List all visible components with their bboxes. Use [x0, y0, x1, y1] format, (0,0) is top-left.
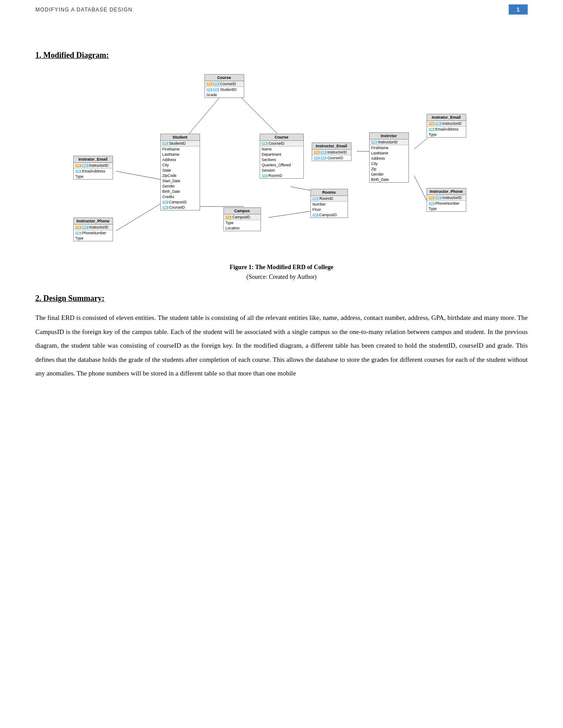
table-row: PK FK InstructorID [427, 121, 466, 127]
table-title: Instrator_Email [74, 156, 113, 163]
table-row: FK RoomID [260, 173, 303, 178]
table-title: Instructor_Email [312, 143, 351, 150]
table-row: Type [224, 220, 261, 225]
table-row: Sections [260, 157, 303, 162]
table-row: FK PhoneNumber [427, 201, 466, 206]
erd-diagram-area: Course PK FK CourseID FK FK StudentID Gr… [35, 70, 528, 259]
table-row: PK InstructorID [370, 139, 408, 145]
table-row: Number [311, 202, 348, 207]
table-row: Birth_Date [370, 177, 408, 182]
table-instructor-phone-left: Instructor_Phone PK FK InstructorID FK P… [73, 218, 113, 241]
table-row: FirstName [370, 145, 408, 150]
fk-badge: FK [76, 232, 81, 235]
fk-badge: PK [313, 197, 319, 200]
fk-badge: FK [213, 83, 219, 86]
pk-badge: PK [429, 122, 435, 125]
table-row: FK EmailAddress [74, 169, 113, 174]
table-row: PK FK CourseID [205, 81, 244, 87]
fk-badge: FK [321, 157, 326, 160]
fk-badge: FK [262, 174, 268, 177]
table-title: Rooms [311, 189, 348, 196]
table-title: Instructor_Phone [427, 188, 466, 195]
table-row: Type [427, 132, 466, 137]
table-row: FK StudentID [161, 141, 200, 146]
table-row: ZipCode [161, 173, 200, 178]
fk-badge: FK [82, 164, 88, 167]
svg-line-1 [238, 94, 277, 134]
table-row: FK CourseID [161, 205, 200, 210]
table-title: Campus [224, 208, 261, 214]
table-row: Address [370, 156, 408, 161]
table-row: Grade [205, 92, 244, 98]
table-row: Gender [161, 184, 200, 189]
table-row: Type [427, 206, 466, 211]
table-row: City [161, 162, 200, 168]
table-row: Gender [370, 172, 408, 177]
erd-container: Course PK FK CourseID FK FK StudentID Gr… [65, 70, 498, 259]
table-row: Quarters_Offered [260, 162, 303, 168]
fk-badge: FK [162, 201, 168, 204]
table-title: Instrator_Email [427, 114, 466, 121]
table-row: Zip [370, 166, 408, 172]
svg-line-0 [189, 94, 223, 134]
table-row: City [370, 161, 408, 166]
table-student: Student FK StudentID FirstName LastName … [160, 134, 200, 210]
table-row: FirstName [161, 146, 200, 152]
fk-badge: FK [313, 214, 318, 217]
table-instructor-email-mid: Instructor_Email PK FK InstructorID FK F… [312, 143, 351, 161]
table-row: Name [260, 146, 303, 152]
svg-line-7 [414, 176, 427, 202]
table-row: Address [161, 157, 200, 162]
svg-line-6 [414, 138, 427, 149]
table-row: FK CampusID [161, 199, 200, 205]
fk-badge: FK [435, 196, 441, 199]
header-title: MODIFYING A DATABASE DESIGN [35, 7, 132, 13]
fk-badge: FK [321, 151, 326, 154]
page-header: MODIFYING A DATABASE DESIGN 1 [0, 0, 563, 19]
table-row: FK FK CourseID [312, 155, 351, 161]
table-row: Type [74, 236, 113, 241]
fk-badge: FK [82, 226, 88, 229]
table-course-main: Course PK CourseID Name Department Secti… [260, 134, 304, 179]
table-row: PK FK InstructorID [427, 195, 466, 201]
section2-body: The final ERD is consisted of eleven ent… [35, 311, 528, 381]
fk-badge: FK [429, 128, 435, 131]
svg-line-8 [116, 171, 163, 180]
figure-caption: Figure 1: The Modified ERD of College [35, 264, 528, 271]
fk-badge: FK [162, 142, 168, 145]
fk-badge: FK [435, 122, 441, 125]
pk-badge: PK [226, 216, 232, 219]
svg-line-10 [268, 211, 313, 218]
table-instructor-email-left: Instrator_Email PK FK InstructorID FK Em… [73, 156, 113, 180]
table-instructor-phone-right: Instructor_Phone PK FK InstructorID FK P… [427, 188, 466, 212]
pk-badge: PK [207, 83, 213, 86]
table-instructor-email-right: Instrator_Email PK FK InstructorID FK Em… [427, 114, 466, 138]
fk-badge: FK [213, 88, 219, 91]
page: MODIFYING A DATABASE DESIGN 1 1. Modifie… [0, 0, 563, 728]
table-campus: Campus PK CampusID Type Location [223, 207, 261, 231]
table-rooms: Rooms PK RoomID Number Floor FK CampusID [310, 189, 348, 218]
table-row: Department [260, 152, 303, 157]
table-row: PK CourseID [260, 141, 303, 146]
table-row: FK PhoneNumber [74, 230, 113, 236]
table-row: Credits [161, 194, 200, 199]
pk-badge: PK [76, 226, 82, 229]
section1-title: 1. Modified Diagram: [35, 51, 528, 60]
section2-title: 2. Design Summary: [35, 294, 528, 303]
table-row: Birth_Date [161, 189, 200, 194]
fk-badge: FK [76, 170, 81, 173]
table-row: Floor [311, 207, 348, 212]
table-row: PK FK InstructorID [74, 163, 113, 169]
table-row: Start_Date [161, 178, 200, 184]
table-row: LastName [161, 152, 200, 157]
table-course-junction: Course PK FK CourseID FK FK StudentID Gr… [204, 74, 244, 98]
table-row: Session [260, 168, 303, 173]
fk-badge: PK [371, 141, 378, 144]
table-row: PK CampusID [224, 214, 261, 220]
table-row: FK FK StudentID [205, 87, 244, 92]
figure-source: (Source: Created by Author) [35, 274, 528, 281]
table-row: State [161, 168, 200, 173]
table-row: FK CampusID [311, 212, 348, 218]
fk-badge: FK [162, 206, 168, 209]
pk-badge: PK [76, 164, 82, 167]
